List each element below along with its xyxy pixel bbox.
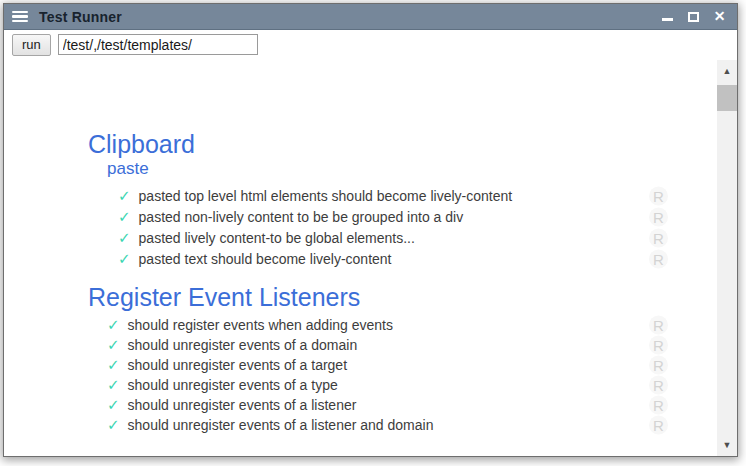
window-title: Test Runner: [39, 9, 122, 25]
test-row: ✓pasted top level html elements should b…: [118, 185, 717, 206]
minimize-button[interactable]: [661, 10, 674, 23]
rerun-button[interactable]: R: [649, 356, 668, 375]
rerun-button[interactable]: R: [649, 207, 668, 226]
toolbar: run: [4, 30, 737, 59]
test-row: ✓should unregister events of a targetR: [107, 355, 717, 375]
rerun-button[interactable]: R: [649, 316, 668, 335]
test-section: Clipboardpaste✓pasted top level html ele…: [86, 130, 717, 269]
rerun-button[interactable]: R: [649, 186, 668, 205]
run-button[interactable]: run: [12, 34, 51, 56]
test-name: pasted text should become lively-content: [139, 251, 392, 267]
test-row: ✓should unregister events of a domainR: [107, 335, 717, 355]
test-name: pasted lively content-to be global eleme…: [139, 230, 415, 246]
test-name: should unregister events of a target: [128, 357, 347, 373]
rerun-button[interactable]: R: [649, 396, 668, 415]
check-icon: ✓: [107, 336, 120, 354]
check-icon: ✓: [118, 208, 131, 226]
close-button[interactable]: ✕: [713, 10, 726, 23]
rerun-button[interactable]: R: [649, 336, 668, 355]
menu-icon[interactable]: [12, 11, 28, 23]
rerun-button[interactable]: R: [649, 228, 668, 247]
close-icon: ✕: [714, 10, 726, 23]
test-section: Register Event Listeners✓should register…: [86, 283, 717, 435]
vertical-scrollbar[interactable]: ▲ ▼: [717, 60, 737, 456]
test-sections: Clipboardpaste✓pasted top level html ele…: [4, 59, 717, 456]
check-icon: ✓: [118, 187, 131, 205]
test-results-area: Clipboardpaste✓pasted top level html ele…: [4, 59, 737, 456]
scroll-up-button[interactable]: ▲: [717, 61, 737, 81]
test-name: should unregister events of a listener: [128, 397, 357, 413]
test-row: ✓pasted non-lively content to be be grou…: [118, 206, 717, 227]
check-icon: ✓: [107, 376, 120, 394]
test-row: ✓should register events when adding even…: [107, 315, 717, 335]
test-row-list: ✓should register events when adding even…: [86, 315, 717, 435]
maximize-icon: [688, 12, 699, 22]
group-heading: paste: [107, 159, 717, 179]
test-name: should register events when adding event…: [128, 317, 393, 333]
rerun-button[interactable]: R: [649, 416, 668, 435]
section-heading: Register Event Listeners: [88, 283, 717, 312]
check-icon: ✓: [107, 396, 120, 414]
minimize-icon: [662, 18, 673, 21]
test-row: ✓pasted text should become lively-conten…: [118, 248, 717, 269]
maximize-button[interactable]: [687, 10, 700, 23]
check-icon: ✓: [107, 316, 120, 334]
test-row: ✓should unregister events of a typeR: [107, 375, 717, 395]
test-row-list: ✓pasted top level html elements should b…: [86, 185, 717, 269]
test-name: pasted non-lively content to be be group…: [139, 209, 464, 225]
check-icon: ✓: [107, 356, 120, 374]
scrollbar-thumb[interactable]: [717, 85, 737, 111]
scroll-down-button[interactable]: ▼: [717, 435, 737, 455]
test-row: ✓pasted lively content-to be global elem…: [118, 227, 717, 248]
test-name: should unregister events of a type: [128, 377, 338, 393]
check-icon: ✓: [107, 416, 120, 434]
test-name: pasted top level html elements should be…: [139, 188, 513, 204]
test-name: should unregister events of a domain: [128, 337, 358, 353]
window-controls: ✕: [661, 10, 729, 23]
check-icon: ✓: [118, 229, 131, 247]
test-row: ✓should unregister events of a listener …: [107, 415, 717, 435]
rerun-button[interactable]: R: [649, 376, 668, 395]
rerun-button[interactable]: R: [649, 249, 668, 268]
test-row: ✓should unregister events of a listenerR: [107, 395, 717, 415]
section-heading: Clipboard: [88, 130, 717, 159]
test-runner-window: Test Runner ✕ run Clipboardpaste✓pasted …: [3, 3, 738, 457]
window-titlebar[interactable]: Test Runner ✕: [4, 4, 737, 30]
test-path-input[interactable]: [58, 34, 258, 55]
check-icon: ✓: [118, 250, 131, 268]
test-name: should unregister events of a listener a…: [128, 417, 434, 433]
